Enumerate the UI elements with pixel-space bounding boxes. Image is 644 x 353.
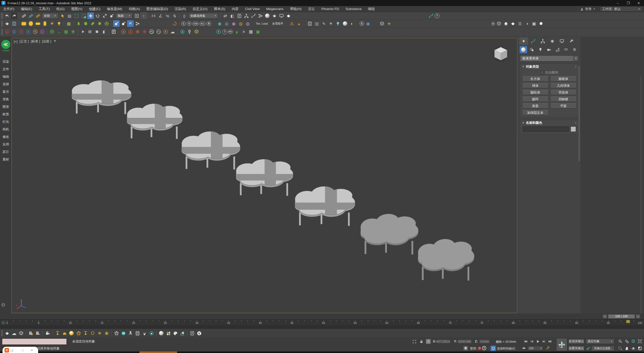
select-scale-icon[interactable]: [101, 13, 108, 19]
primitive-type-dropdown[interactable]: 标准基本体 ▼: [520, 55, 579, 61]
material-sphere-icon[interactable]: [158, 330, 165, 336]
light-panel-icon[interactable]: [134, 330, 141, 336]
tab-motion[interactable]: [548, 37, 557, 45]
name-color-header[interactable]: ▼ 名称和颜色 ⠿: [520, 120, 579, 126]
select-place-icon[interactable]: [108, 13, 115, 19]
primitive-button-圆环[interactable]: 圆环: [522, 97, 549, 102]
leaf-icon[interactable]: [89, 20, 96, 27]
floating-mini-window[interactable]: O ❏ □ ✕: [3, 347, 38, 353]
tex-load-button[interactable]: Tex. Load: [256, 22, 268, 25]
sphere-light-icon[interactable]: [68, 330, 75, 336]
blue-dot-icon[interactable]: ◉: [365, 20, 371, 27]
autogrid-checkbox[interactable]: [540, 71, 544, 74]
table-object-6[interactable]: [418, 239, 474, 281]
restore-icon[interactable]: □: [22, 348, 24, 352]
login-button[interactable]: 登录 ▼: [578, 7, 597, 12]
blue-ring-icon[interactable]: ◎: [223, 20, 230, 27]
schematic-view-icon[interactable]: [257, 13, 264, 19]
time-tag-cube-icon[interactable]: [491, 346, 496, 351]
play-icon[interactable]: [79, 29, 86, 35]
viewport-menu-edgedfaces[interactable]: [边面 ]: [42, 39, 51, 44]
doc-camera-icon[interactable]: [35, 330, 41, 336]
close-icon[interactable]: ✕: [31, 348, 33, 352]
geo-light-icon[interactable]: [75, 330, 82, 336]
frame-next-button[interactable]: >: [635, 314, 640, 319]
sun-gray-icon[interactable]: ☀: [328, 20, 334, 27]
spray-icon[interactable]: [101, 29, 107, 35]
render-setup-icon[interactable]: [271, 13, 278, 19]
zoom-extents-icon[interactable]: [630, 338, 636, 344]
select-move-icon[interactable]: [87, 13, 94, 19]
waves-icon[interactable]: [314, 20, 320, 27]
track-bar[interactable]: ∿ 05101520253035404550556065707580859095…: [0, 319, 644, 325]
primitive-button-茶壶[interactable]: 茶壶: [522, 103, 549, 109]
curve-editor-icon[interactable]: [250, 13, 257, 19]
yellow-ring-icon[interactable]: ◎: [237, 20, 244, 27]
spot-light-icon[interactable]: [54, 330, 61, 336]
frame-step-arrows[interactable]: ◀▶: [522, 347, 526, 349]
select-rotate-icon[interactable]: [94, 13, 101, 19]
interactive-render-icon[interactable]: [113, 20, 120, 27]
teapot-shelf-icon[interactable]: [4, 330, 10, 336]
teal-drop-icon[interactable]: undefined: [372, 20, 378, 27]
dome-light-icon[interactable]: [61, 330, 68, 336]
rays-shelf-icon[interactable]: [103, 330, 110, 336]
named-selection-icon[interactable]: {}: [181, 13, 188, 19]
dll-icon[interactable]: DLL: [200, 22, 206, 26]
close-button[interactable]: ✕: [633, 0, 644, 6]
percent-snap-icon[interactable]: %: [164, 13, 171, 19]
category-systems[interactable]: ⚙: [571, 46, 578, 53]
sphere-gray-icon[interactable]: [342, 20, 348, 27]
list-panel-icon[interactable]: [110, 29, 117, 35]
material-editor-icon[interactable]: [264, 13, 271, 19]
menu-item-17[interactable]: Phoenix FD: [318, 7, 342, 11]
category-helpers[interactable]: [554, 46, 561, 53]
bind-spacewarp-icon[interactable]: [35, 13, 41, 19]
time-slider-handle[interactable]: [626, 320, 630, 323]
selection-lock-icon[interactable]: [418, 338, 424, 344]
play-button[interactable]: [535, 339, 541, 344]
cyl-light-icon[interactable]: [42, 20, 48, 27]
notification-counter[interactable]: 0: [482, 346, 486, 350]
menu-item-4[interactable]: 视图(V): [68, 7, 86, 11]
absolute-mode-icon[interactable]: [425, 338, 431, 344]
b-badge-icon[interactable]: B: [492, 22, 495, 26]
menu-item-11[interactable]: 脚本(S): [211, 7, 228, 11]
grid-icon[interactable]: ▦: [248, 29, 254, 35]
solar-panel-icon[interactable]: ▦: [65, 20, 72, 27]
sun-shelf-icon[interactable]: ☀: [96, 330, 103, 336]
rect-light-icon[interactable]: [21, 20, 27, 27]
half-sphere-icon[interactable]: ◐: [349, 20, 355, 27]
crystal-icon[interactable]: [186, 29, 193, 35]
keyable-icons-toggle[interactable]: [585, 345, 591, 351]
frame-prev-button[interactable]: <: [602, 314, 607, 319]
ir-render-icon[interactable]: IR: [127, 20, 134, 27]
disc-light-icon[interactable]: [28, 20, 34, 27]
checker-icon[interactable]: ▦: [63, 29, 69, 35]
crossing-selection-icon[interactable]: [80, 13, 87, 19]
align-icon[interactable]: ◧: [229, 13, 235, 19]
minimize-button[interactable]: –: [612, 0, 623, 6]
vray-logo-icon[interactable]: [196, 330, 202, 336]
menu-item-8[interactable]: 图形编辑器(D): [143, 7, 171, 11]
sidebar-item-1[interactable]: 文件: [0, 65, 12, 73]
copy-icon[interactable]: ❏: [11, 348, 13, 352]
fd-drop-icon[interactable]: [215, 29, 222, 35]
warning-icon[interactable]: ⚠: [289, 20, 295, 27]
y-coordinate-field[interactable]: 33160.398: [458, 339, 472, 344]
cad-import-icon[interactable]: CAD: [192, 22, 199, 26]
help-icon[interactable]: ?: [435, 13, 440, 18]
primitive-button-平面[interactable]: 平面: [550, 103, 577, 109]
table-object-5[interactable]: [361, 214, 418, 254]
panel-lights-icon[interactable]: [307, 20, 313, 27]
auto-key-button[interactable]: 自动关键点: [568, 339, 584, 344]
select-link-icon[interactable]: [21, 13, 27, 19]
color-dots-icon[interactable]: [165, 330, 172, 336]
green-square-icon[interactable]: ▣: [255, 29, 261, 35]
menu-item-18[interactable]: Substance: [342, 7, 365, 11]
orbit-icon[interactable]: [630, 345, 636, 351]
sidebar-item-3[interactable]: 选择: [0, 80, 12, 88]
plugin-r-icon[interactable]: R: [207, 21, 211, 26]
drag-handle[interactable]: [1, 29, 3, 35]
menu-item-15[interactable]: 帮助(H): [287, 7, 305, 11]
